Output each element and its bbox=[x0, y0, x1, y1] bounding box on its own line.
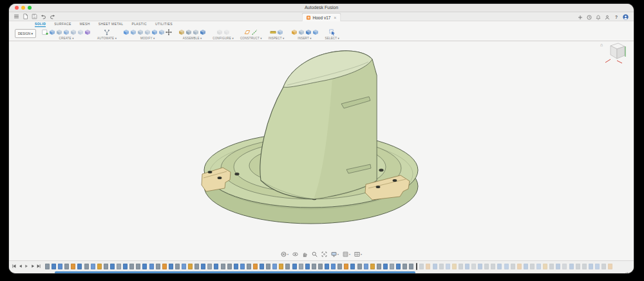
move-copy-icon[interactable] bbox=[166, 29, 172, 35]
timeline-feature-rolled-back[interactable] bbox=[576, 264, 580, 269]
orbit-button[interactable]: ▾ bbox=[281, 251, 289, 257]
timeline-feature[interactable] bbox=[169, 264, 173, 269]
toolbar-group-label[interactable]: SELECT ▾ bbox=[325, 37, 340, 40]
timeline-feature-rolled-back[interactable] bbox=[471, 264, 476, 269]
design-workspace-dropdown[interactable]: DESIGN ▾ bbox=[15, 29, 36, 38]
timeline-feature[interactable] bbox=[337, 264, 342, 269]
timeline-feature[interactable] bbox=[77, 264, 82, 269]
document-tab[interactable]: Hood v17 × bbox=[302, 13, 341, 21]
loft-icon[interactable] bbox=[77, 29, 84, 35]
close-window-button[interactable] bbox=[15, 6, 19, 10]
timeline-feature[interactable] bbox=[266, 264, 270, 269]
timeline-feature[interactable] bbox=[84, 264, 89, 269]
automate-icon[interactable] bbox=[104, 29, 110, 35]
timeline-feature[interactable] bbox=[260, 264, 264, 269]
qat-app-menu-button[interactable] bbox=[14, 14, 19, 19]
timeline-feature-rolled-back[interactable] bbox=[549, 264, 554, 269]
cylinder-icon[interactable] bbox=[56, 29, 62, 35]
timeline-feature[interactable] bbox=[409, 264, 413, 269]
help-icon[interactable]: ? bbox=[614, 11, 619, 23]
timeline-feature[interactable] bbox=[377, 264, 381, 269]
qat-file-new-button[interactable] bbox=[23, 14, 28, 19]
minimize-window-button[interactable] bbox=[21, 6, 25, 10]
display-settings-button[interactable]: ▾ bbox=[331, 251, 339, 257]
timeline-feature[interactable] bbox=[58, 264, 62, 269]
timeline-feature-rolled-back[interactable] bbox=[504, 264, 509, 269]
rectangular-pattern-icon[interactable] bbox=[84, 29, 91, 35]
timeline-feature[interactable] bbox=[390, 264, 394, 269]
timeline-feature[interactable] bbox=[221, 264, 225, 269]
timeline-feature-rolled-back[interactable] bbox=[608, 264, 612, 269]
timeline-feature[interactable] bbox=[396, 264, 401, 269]
timeline-feature[interactable] bbox=[136, 264, 140, 269]
timeline-feature[interactable] bbox=[207, 264, 212, 269]
grid-snaps-button[interactable]: ▾ bbox=[343, 251, 350, 257]
timeline-feature[interactable] bbox=[305, 264, 310, 269]
combine-icon[interactable] bbox=[144, 29, 151, 35]
hood-3d-model[interactable] bbox=[193, 41, 438, 235]
construction-axis-icon[interactable] bbox=[251, 29, 258, 35]
timeline-feature-rolled-back[interactable] bbox=[511, 264, 515, 269]
timeline-feature-rolled-back[interactable] bbox=[478, 264, 482, 269]
toolbar-group-label[interactable]: INSPECT ▾ bbox=[269, 37, 285, 40]
tab-mesh[interactable]: MESH bbox=[80, 22, 90, 28]
timeline-feature[interactable] bbox=[117, 264, 121, 269]
timeline-feature[interactable] bbox=[383, 264, 388, 269]
timeline-feature[interactable] bbox=[234, 264, 238, 269]
joint-icon[interactable] bbox=[185, 29, 192, 35]
timeline-feature[interactable] bbox=[364, 264, 368, 269]
timeline-feature-rolled-back[interactable] bbox=[562, 264, 567, 269]
timeline-feature[interactable] bbox=[156, 264, 160, 269]
configure-features-icon[interactable] bbox=[223, 29, 230, 35]
timeline-feature-rolled-back[interactable] bbox=[439, 264, 444, 269]
timeline-feature[interactable] bbox=[129, 264, 134, 269]
configuration-table-icon[interactable] bbox=[216, 29, 223, 35]
timeline-feature-rolled-back[interactable] bbox=[582, 264, 587, 269]
timeline-feature-rolled-back[interactable] bbox=[446, 264, 450, 269]
timeline-feature[interactable] bbox=[194, 264, 199, 269]
timeline-feature[interactable] bbox=[318, 264, 323, 269]
timeline-feature[interactable] bbox=[325, 264, 329, 269]
timeline-feature-rolled-back[interactable] bbox=[601, 264, 606, 269]
timeline-feature-rolled-back[interactable] bbox=[465, 264, 469, 269]
qat-undo-button[interactable] bbox=[41, 14, 46, 19]
timeline-feature[interactable] bbox=[97, 264, 102, 269]
timeline-options-gear-icon[interactable] bbox=[624, 269, 630, 273]
timeline-feature[interactable] bbox=[142, 264, 147, 269]
timeline-feature[interactable] bbox=[162, 264, 167, 269]
toolbar-group-label[interactable]: CONFIGURE ▾ bbox=[213, 37, 234, 40]
timeline-feature[interactable] bbox=[64, 264, 69, 269]
measure-icon[interactable] bbox=[270, 29, 276, 35]
timeline-feature-rolled-back[interactable] bbox=[419, 264, 424, 269]
timeline-feature[interactable] bbox=[104, 264, 108, 269]
close-tab-icon[interactable]: × bbox=[334, 15, 336, 20]
look-at-button[interactable] bbox=[292, 251, 298, 257]
section-analysis-icon[interactable] bbox=[277, 29, 283, 35]
user-avatar[interactable] bbox=[623, 11, 629, 23]
sphere-icon[interactable] bbox=[63, 29, 70, 35]
timeline-feature[interactable] bbox=[182, 264, 186, 269]
qat-redo-button[interactable] bbox=[50, 14, 55, 19]
timeline-feature-rolled-back[interactable] bbox=[497, 264, 502, 269]
timeline-feature-rolled-back[interactable] bbox=[452, 264, 457, 269]
timeline-feature-rolled-back[interactable] bbox=[530, 264, 535, 269]
timeline-feature[interactable] bbox=[253, 264, 258, 269]
timeline-feature-rolled-back[interactable] bbox=[484, 264, 489, 269]
timeline-feature-rolled-back[interactable] bbox=[459, 264, 463, 269]
timeline-feature[interactable] bbox=[214, 264, 218, 269]
canvas-viewport[interactable]: ⌂ ▾▾▾▾ bbox=[9, 41, 634, 260]
timeline-playhead[interactable] bbox=[416, 263, 418, 270]
timeline-feature-rolled-back[interactable] bbox=[543, 264, 547, 269]
toolbar-group-label[interactable]: AUTOMATE ▾ bbox=[97, 37, 117, 40]
offset-face-icon[interactable] bbox=[151, 29, 158, 35]
tab-plastic[interactable]: PLASTIC bbox=[131, 22, 147, 28]
zoom-button[interactable] bbox=[312, 251, 317, 257]
toolbar-group-label[interactable]: MODIFY ▾ bbox=[140, 37, 155, 40]
timeline-feature-rolled-back[interactable] bbox=[491, 264, 495, 269]
timeline-feature[interactable] bbox=[370, 264, 375, 269]
timeline-feature[interactable] bbox=[227, 264, 232, 269]
mirror-icon[interactable] bbox=[200, 29, 206, 35]
timeline-feature[interactable] bbox=[279, 264, 283, 269]
timeline-feature[interactable] bbox=[357, 264, 362, 269]
insert-mesh-icon[interactable] bbox=[312, 29, 319, 35]
